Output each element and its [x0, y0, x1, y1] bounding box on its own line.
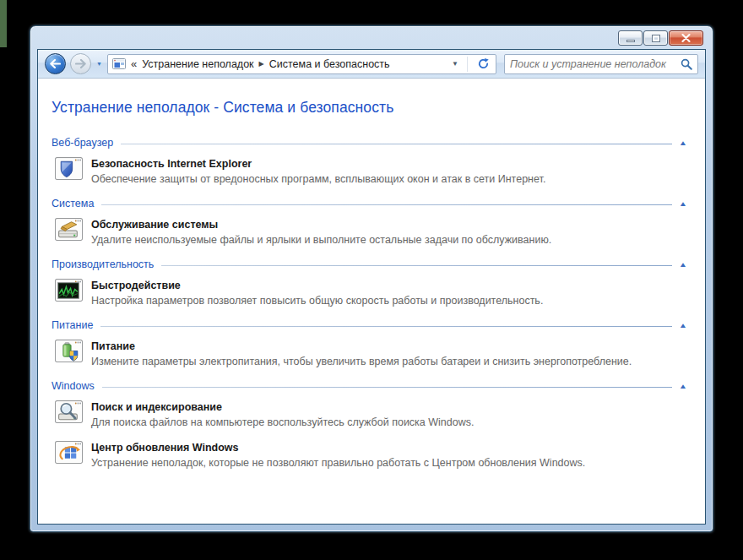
breadcrumb-separator-icon[interactable]: ▶ [259, 60, 264, 68]
section-divider [102, 387, 672, 388]
section-header-label: Веб-браузер [52, 137, 121, 149]
section-divider [161, 265, 672, 266]
minimize-icon [626, 40, 635, 42]
item-description: Обеспечение защиты от вредоносных програ… [91, 173, 545, 185]
troubleshoot-item[interactable]: Безопасность Internet ExplorerОбеспечени… [55, 157, 690, 185]
desktop-background-strip [0, 0, 7, 47]
section-divider [101, 204, 672, 205]
troubleshoot-item[interactable]: Поиск и индексированиеДля поиска файлов … [55, 400, 690, 428]
back-button[interactable] [45, 53, 66, 74]
forward-button[interactable] [70, 53, 91, 74]
section-divider [121, 144, 672, 144]
navigation-toolbar: ▼ « Устранение неполадок ▶ Система и без… [38, 50, 705, 79]
address-bar-divider [467, 57, 468, 72]
close-icon [681, 34, 691, 42]
breadcrumb-item-troubleshooting[interactable]: Устранение неполадок [142, 58, 253, 70]
section-collapse-chevron-icon[interactable]: ▲ [679, 139, 687, 147]
section-0: Веб-браузер▲Безопасность Internet Explor… [48, 137, 690, 185]
breadcrumb-item-system-security[interactable]: Система и безопасность [269, 58, 390, 70]
address-bar[interactable]: « Устранение неполадок ▶ Система и безоп… [107, 54, 496, 74]
item-text-block: Безопасность Internet ExplorerОбеспечени… [91, 157, 545, 185]
section-header-row: Питание▲ [52, 319, 686, 331]
section-header-label: Питание [52, 319, 100, 331]
item-description: Удалите неиспользуемые файлы и ярлыки и … [91, 234, 551, 246]
troubleshoot-item[interactable]: Центр обновления WindowsУстранение непол… [55, 441, 690, 469]
minimize-button[interactable] [618, 30, 643, 46]
item-description: Настройка параметров позволяет повысить … [91, 295, 543, 307]
forward-arrow-icon [75, 59, 86, 68]
item-title-link[interactable]: Центр обновления Windows [91, 442, 585, 454]
page-content: Устранение неполадок - Система и безопас… [38, 79, 705, 469]
troubleshoot-item[interactable]: Обслуживание системыУдалите неиспользуем… [55, 218, 690, 246]
section-header-row: Windows▲ [52, 380, 686, 392]
recent-pages-chevron-icon[interactable]: ▼ [95, 61, 103, 67]
section-4: Windows▲Поиск и индексированиеДля поиска… [48, 380, 690, 469]
section-2: Производительность▲БыстродействиеНастрой… [48, 258, 690, 307]
section-header-row: Система▲ [52, 198, 686, 209]
section-collapse-chevron-icon[interactable]: ▲ [679, 200, 687, 208]
section-3: Питание▲ПитаниеИзмените параметры электр… [48, 319, 690, 367]
troubleshoot-item[interactable]: БыстродействиеНастройка параметров позво… [55, 279, 690, 307]
performance-icon [55, 279, 83, 302]
troubleshoot-item[interactable]: ПитаниеИзмените параметры электропитания… [55, 340, 690, 367]
section-collapse-chevron-icon[interactable]: ▲ [679, 383, 687, 390]
section-header-row: Производительность▲ [52, 258, 686, 270]
window-controls [618, 30, 703, 46]
section-header-row: Веб-браузер▲ [52, 137, 686, 149]
item-description: Устранение неполадок, которые не позволя… [91, 457, 585, 469]
windows-update-icon [55, 441, 83, 464]
item-text-block: Поиск и индексированиеДля поиска файлов … [91, 400, 474, 428]
search-icon[interactable] [681, 58, 692, 70]
item-description: Измените параметры электропитания, чтобы… [91, 356, 632, 367]
item-title-link[interactable]: Обслуживание системы [91, 219, 551, 231]
maximize-icon [652, 35, 660, 42]
section-collapse-chevron-icon[interactable]: ▲ [679, 322, 687, 329]
item-title-link[interactable]: Безопасность Internet Explorer [91, 158, 545, 170]
section-header-label: Windows [52, 380, 102, 392]
search-indexing-icon [55, 400, 83, 423]
item-title-link[interactable]: Быстродействие [91, 280, 543, 291]
section-header-label: Система [52, 198, 101, 209]
section-divider [100, 326, 672, 327]
item-title-link[interactable]: Поиск и индексирование [91, 401, 474, 413]
ie-security-icon [55, 157, 83, 180]
back-arrow-icon [50, 59, 61, 68]
system-maintenance-icon [55, 218, 83, 241]
sections: Веб-браузер▲Безопасность Internet Explor… [48, 137, 690, 469]
item-description: Для поиска файлов на компьютере воспольз… [91, 416, 474, 428]
item-title-link[interactable]: Питание [91, 340, 632, 352]
refresh-icon [477, 57, 490, 70]
section-collapse-chevron-icon[interactable]: ▲ [679, 261, 687, 269]
title-bar[interactable] [30, 26, 713, 49]
power-icon [55, 340, 83, 362]
item-text-block: БыстродействиеНастройка параметров позво… [91, 279, 543, 307]
section-header-label: Производительность [52, 258, 161, 270]
control-panel-page-icon [112, 58, 126, 69]
address-dropdown-icon[interactable]: ▼ [448, 60, 462, 68]
section-1: Система▲Обслуживание системыУдалите неис… [48, 198, 690, 246]
close-button[interactable] [669, 30, 703, 46]
item-text-block: ПитаниеИзмените параметры электропитания… [91, 340, 632, 367]
maximize-button[interactable] [643, 30, 668, 46]
refresh-button[interactable] [473, 55, 493, 73]
control-panel-window: ▼ « Устранение неполадок ▶ Система и без… [30, 25, 713, 532]
item-text-block: Центр обновления WindowsУстранение непол… [91, 441, 585, 469]
item-text-block: Обслуживание системыУдалите неиспользуем… [91, 218, 551, 246]
page-title: Устранение неполадок - Система и безопас… [52, 99, 690, 117]
search-box[interactable] [504, 54, 698, 74]
search-input[interactable] [510, 58, 681, 70]
breadcrumb-overflow-button[interactable]: « [131, 57, 137, 70]
window-client-area: ▼ « Устранение неполадок ▶ Система и без… [37, 49, 706, 525]
